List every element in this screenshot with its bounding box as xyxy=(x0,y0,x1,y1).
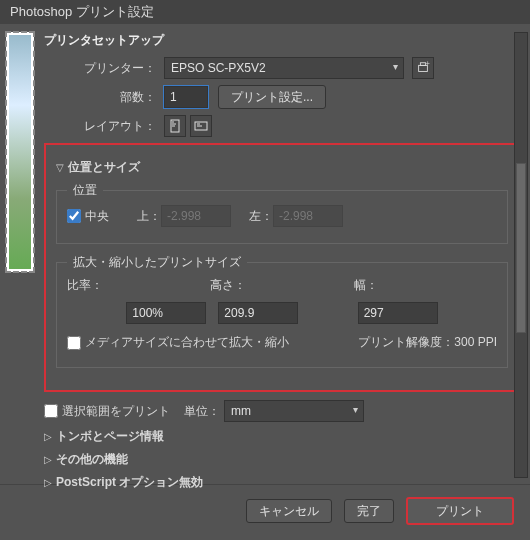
center-label: 中央 xyxy=(85,208,109,225)
marks-heading: トンボとページ情報 xyxy=(56,428,164,445)
copies-input[interactable] xyxy=(164,86,208,108)
position-size-heading: 位置とサイズ xyxy=(68,159,140,176)
chevron-right-icon: ▷ xyxy=(44,431,52,442)
scrollbar-thumb[interactable] xyxy=(516,163,526,333)
window-title: Photoshop プリント設定 xyxy=(0,0,530,24)
printer-properties-icon[interactable]: + xyxy=(412,57,434,79)
other-heading: その他の機能 xyxy=(56,451,128,468)
postscript-section[interactable]: ▷ PostScript オプション無効 xyxy=(44,474,520,491)
position-size-section[interactable]: ▽ 位置とサイズ xyxy=(56,159,508,176)
ratio-label: 比率： xyxy=(67,277,210,294)
print-selection-label: 選択範囲をプリント xyxy=(62,403,170,420)
width-input[interactable] xyxy=(358,302,438,324)
fit-media-checkbox[interactable]: メディアサイズに合わせて拡大・縮小 xyxy=(67,334,289,351)
page-preview xyxy=(6,32,34,272)
left-input xyxy=(273,205,343,227)
unit-select[interactable]: mm xyxy=(224,400,364,422)
height-input[interactable] xyxy=(218,302,298,324)
postscript-heading: PostScript オプション無効 xyxy=(56,474,203,491)
print-resolution-label: プリント解像度：300 PPI xyxy=(358,334,497,351)
height-label: 高さ： xyxy=(210,277,353,294)
position-legend: 位置 xyxy=(67,182,103,199)
ratio-input[interactable] xyxy=(126,302,206,324)
other-section[interactable]: ▷ その他の機能 xyxy=(44,451,520,468)
printer-label: プリンター： xyxy=(44,60,164,77)
center-checkbox[interactable]: 中央 xyxy=(67,208,109,225)
fit-media-label: メディアサイズに合わせて拡大・縮小 xyxy=(85,334,289,351)
scrollbar[interactable] xyxy=(514,32,528,478)
printer-select[interactable]: EPSO SC-PX5V2 xyxy=(164,57,404,79)
copies-label: 部数： xyxy=(44,89,164,106)
top-input xyxy=(161,205,231,227)
layout-landscape-icon[interactable] xyxy=(190,115,212,137)
done-button[interactable]: 完了 xyxy=(344,499,394,523)
chevron-right-icon: ▷ xyxy=(44,454,52,465)
marks-section[interactable]: ▷ トンボとページ情報 xyxy=(44,428,520,445)
layout-portrait-icon[interactable] xyxy=(164,115,186,137)
position-size-highlight: ▽ 位置とサイズ 位置 中央 上： 左： xyxy=(44,143,520,392)
top-label: 上： xyxy=(137,208,161,225)
scaled-size-legend: 拡大・縮小したプリントサイズ xyxy=(67,254,247,271)
layout-label: レイアウト： xyxy=(44,118,164,135)
chevron-down-icon: ▽ xyxy=(56,162,64,173)
cancel-button[interactable]: キャンセル xyxy=(246,499,332,523)
width-label: 幅： xyxy=(354,277,497,294)
preview-pane xyxy=(0,24,38,484)
left-label: 左： xyxy=(249,208,273,225)
unit-label: 単位： xyxy=(184,403,220,420)
printer-setup-heading: プリンタセットアップ xyxy=(44,32,520,49)
print-selection-checkbox[interactable]: 選択範囲をプリント xyxy=(44,403,170,420)
print-settings-button[interactable]: プリント設定... xyxy=(218,85,326,109)
print-button[interactable]: プリント xyxy=(406,497,514,525)
chevron-right-icon: ▷ xyxy=(44,477,52,488)
svg-text:+: + xyxy=(426,61,430,67)
